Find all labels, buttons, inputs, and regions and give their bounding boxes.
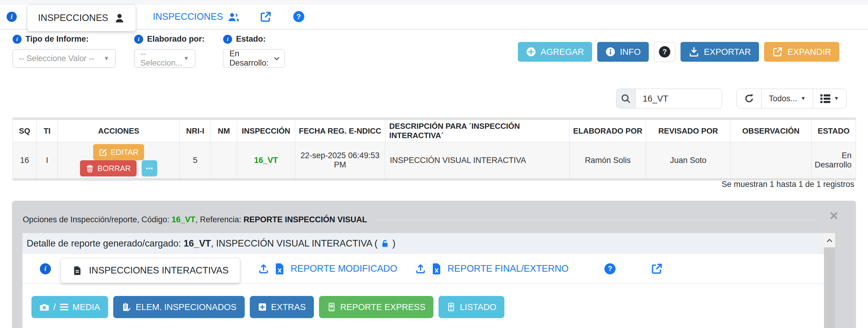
info-button[interactable]: INFO xyxy=(597,42,649,62)
tipo-informe-select[interactable]: -- Seleccione Valor -- ▼ xyxy=(12,49,116,68)
media-button[interactable]: / MEDIA xyxy=(31,296,108,318)
listado-button[interactable]: LISTADO xyxy=(438,296,504,318)
filter-tipo-informe: i Tipo de Informe: -- Seleccione Valor -… xyxy=(12,34,116,68)
cell-sq: 16 xyxy=(13,142,36,179)
tab-inspecciones-active[interactable]: INSPECCIONES xyxy=(27,4,136,31)
elem-inspecionados-button[interactable]: ELEM. INSPECIONADOS xyxy=(113,296,245,318)
col-observacion: OBSERVACIÓN xyxy=(731,120,812,142)
estado-select[interactable]: En Desarrollo: xyxy=(223,49,285,68)
upload-icon xyxy=(258,263,269,274)
more-actions-button[interactable]: ••• xyxy=(142,160,157,176)
filter-elaborado-por: i Elaborado por: -- Seleccion... ▼ xyxy=(134,34,205,68)
col-elaborado: ELABORADO POR xyxy=(569,120,646,142)
options-panel: × Opciones de Inspección/reporte, Código… xyxy=(12,201,856,328)
upload-icon xyxy=(415,263,426,274)
editar-button[interactable]: EDITAR xyxy=(93,144,144,160)
agregar-button[interactable]: AGREGAR xyxy=(518,42,592,62)
extras-button[interactable]: EXTRAS xyxy=(250,296,314,318)
refresh-button[interactable] xyxy=(737,89,762,108)
unlock-icon[interactable] xyxy=(380,239,390,248)
exportar-button[interactable]: EXPORTAR xyxy=(681,42,759,62)
help-icon[interactable]: ? xyxy=(604,263,616,274)
reporte-modificado-label: REPORTE MODIFICADO xyxy=(290,263,397,274)
excel-file-icon xyxy=(275,263,284,274)
scrollbar-thumb[interactable] xyxy=(824,247,835,328)
tab-inspecciones-interactivas-label: INSPECCIONES INTERACTIVAS xyxy=(89,265,228,276)
filter-elaborado-label: Elaborado por: xyxy=(147,34,205,44)
col-estado: ESTADO xyxy=(811,120,856,142)
info-icon[interactable]: i xyxy=(134,35,143,44)
filters-row: i Tipo de Informe: -- Seleccione Valor -… xyxy=(12,34,303,68)
inspections-app: { "colors": { "teal": "#5bc0de", "blue":… xyxy=(0,0,868,328)
info-icon[interactable]: i xyxy=(7,12,17,22)
caret-down-icon: ▼ xyxy=(801,95,806,101)
reporte-express-button[interactable]: REPORTE EXPRESS xyxy=(319,296,434,318)
question-icon: ? xyxy=(659,46,670,58)
col-acciones: ACCIONES xyxy=(58,120,180,142)
elaborado-por-select[interactable]: -- Seleccion... ▼ xyxy=(134,49,195,68)
excel-file-icon xyxy=(432,263,441,274)
trash-icon xyxy=(86,164,94,173)
detail-suffix: ) xyxy=(390,238,395,249)
info-icon[interactable]: i xyxy=(12,35,22,44)
ellipsis-icon: ••• xyxy=(146,165,153,172)
table-controls: Todos... ▼ ▼ xyxy=(737,89,846,109)
col-descripcion: DESCRIPCIÓN PARA ´INSPECCIÓN INTERACTIVA… xyxy=(385,120,569,142)
reporte-final-externo-link[interactable]: REPORTE FINAL/EXTERNO xyxy=(415,263,568,274)
table-row: 16 I EDITAR BORRAR ••• 5 16_VT 22-sep-20… xyxy=(13,142,856,179)
info-circle-icon xyxy=(605,47,616,57)
edit-icon xyxy=(99,148,107,156)
panel-header: Opciones de Inspección/reporte, Código: … xyxy=(23,215,817,225)
filter-estado-label: Estado: xyxy=(236,34,266,44)
tab-inspecciones-group[interactable]: INSPECCIONES xyxy=(153,11,240,22)
tab-inspecciones-interactivas[interactable]: INSPECCIONES INTERACTIVAS xyxy=(61,258,240,283)
search-group xyxy=(616,89,722,109)
cell-nri: 5 xyxy=(180,142,211,179)
info-icon[interactable]: i xyxy=(223,35,232,44)
records-summary: Se muestran 1 hasta 1 de 1 registros xyxy=(721,180,854,189)
search-row: Todos... ▼ ▼ xyxy=(616,89,846,109)
scope-dropdown[interactable]: Todos... ▼ xyxy=(762,89,813,108)
panel-header-reference: REPORTE INSPECCIÓN VISUAL xyxy=(244,215,367,225)
scroll-up-button[interactable] xyxy=(824,233,835,247)
caret-down-icon: ▼ xyxy=(104,55,109,62)
tab-inspecciones-group-label: INSPECCIONES xyxy=(153,11,223,22)
cell-ti: I xyxy=(36,142,58,179)
report-tabrow: i INSPECCIONES INTERACTIVAS REPORTE MODI… xyxy=(23,254,824,284)
cell-inspeccion: 16_VT xyxy=(237,142,295,179)
person-icon xyxy=(114,12,125,23)
borrar-button[interactable]: BORRAR xyxy=(80,160,136,176)
help-icon[interactable]: ? xyxy=(293,11,304,22)
search-input[interactable] xyxy=(636,89,722,108)
panel-header-code: 16_VT xyxy=(172,215,195,225)
inspections-table: SQ TI ACCIONES NRI-I NM INSPECCIÓN FECHA… xyxy=(12,120,856,179)
reporte-modificado-link[interactable]: REPORTE MODIFICADO xyxy=(258,263,397,274)
help-button[interactable]: ? xyxy=(654,42,675,62)
external-link-icon[interactable] xyxy=(260,11,272,23)
info-icon[interactable]: i xyxy=(40,263,51,274)
elaborado-por-value: -- Seleccion... xyxy=(141,49,183,68)
toolbar-actions: AGREGAR INFO ? EXPORTAR EXPANDIR xyxy=(518,42,839,62)
vertical-scrollbar[interactable] xyxy=(824,233,835,328)
plus-circle-icon xyxy=(526,47,536,57)
header-divider xyxy=(375,219,817,220)
people-icon xyxy=(228,11,240,22)
camera-icon xyxy=(39,302,49,312)
tipo-informe-value: -- Seleccione Valor -- xyxy=(19,54,94,63)
col-nm: NM xyxy=(211,120,237,142)
document-icon xyxy=(72,265,82,275)
download-icon xyxy=(689,47,700,57)
cell-fecha: 22-sep-2025 06:49:53 PM xyxy=(295,142,385,179)
detail-mid: , INSPECCIÓN VISUAL INTERACTIVA ( xyxy=(211,238,380,249)
detail-prefix: Detalle de reporte generado/cargado: xyxy=(27,238,184,249)
external-link-icon[interactable] xyxy=(651,263,663,275)
columns-dropdown[interactable]: ▼ xyxy=(813,89,846,108)
cell-descripcion: INSPECCIÓN VISUAL INTERACTIVA xyxy=(385,142,569,179)
cell-nm xyxy=(211,142,237,179)
filter-tipo-label: Tipo de Informe: xyxy=(26,34,89,44)
panel-content: Detalle de reporte generado/cargado: 16_… xyxy=(23,233,824,328)
report-buttons-row: / MEDIA ELEM. INSPECIONADOS EXTRAS REPOR… xyxy=(31,296,824,318)
close-icon[interactable]: × xyxy=(830,208,838,223)
expandir-button[interactable]: EXPANDIR xyxy=(764,42,839,62)
inspeccion-code-link[interactable]: 16_VT xyxy=(254,156,278,165)
